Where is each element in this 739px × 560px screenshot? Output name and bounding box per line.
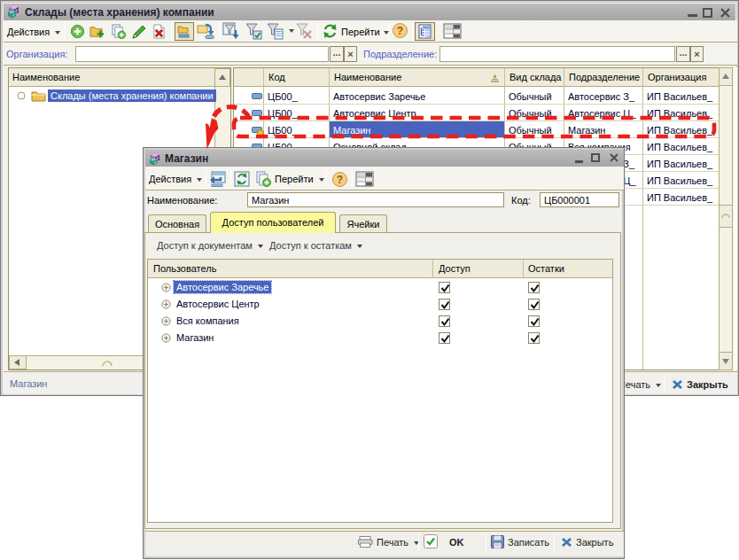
svg-text:?: ? — [397, 25, 403, 37]
svg-text:?: ? — [337, 174, 343, 186]
